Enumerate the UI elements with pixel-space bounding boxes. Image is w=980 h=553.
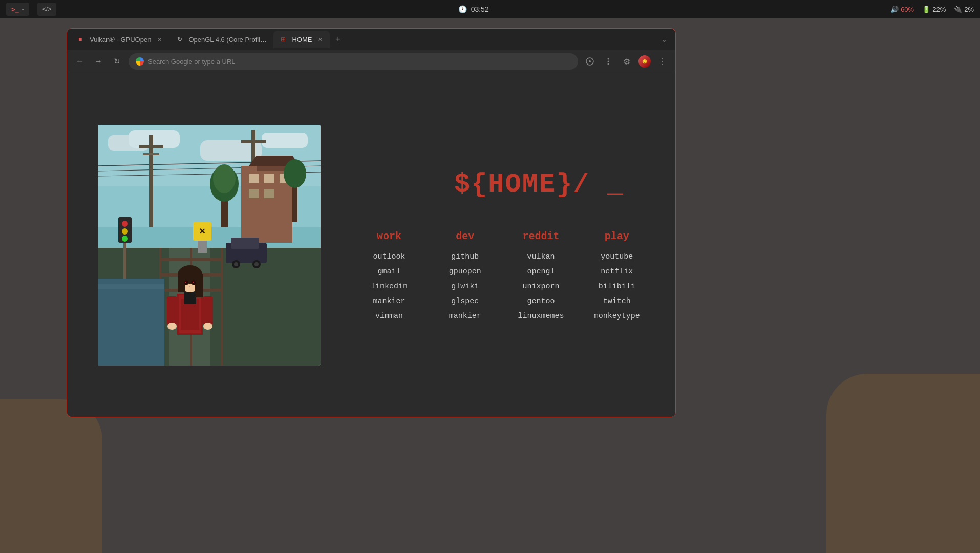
taskbar: >_ - </> 🕐 03:52 🔊 60% 🔋 22% 🔌 2% <box>0 0 980 18</box>
reload-button[interactable]: ↻ <box>110 55 123 68</box>
svg-point-58 <box>167 323 177 330</box>
linuxmemes-link[interactable]: linuxmemes <box>518 312 564 321</box>
dev-column: dev github gpuopen glwiki glspec mankier <box>437 230 493 321</box>
netflix-link[interactable]: netflix <box>601 267 633 276</box>
unixporn-link[interactable]: unixporn <box>523 282 560 291</box>
svg-rect-37 <box>221 248 223 366</box>
svg-rect-64 <box>231 238 259 249</box>
reddit-header: reddit <box>523 230 560 242</box>
left-decoration <box>0 399 102 553</box>
glspec-link[interactable]: glspec <box>451 297 479 306</box>
glwiki-link[interactable]: glwiki <box>451 282 479 291</box>
tab-home[interactable]: ⊞ HOME ✕ <box>273 31 330 48</box>
mankier-link-work[interactable]: mankier <box>373 297 406 306</box>
svg-point-67 <box>234 262 238 266</box>
home-title: ${HOME}/ _ <box>454 169 645 200</box>
svg-rect-56 <box>167 296 177 325</box>
vulkan-link[interactable]: vulkan <box>527 252 555 261</box>
svg-rect-38 <box>159 258 223 261</box>
forward-button[interactable]: → <box>92 55 105 68</box>
opengl-favicon: ↻ <box>177 36 184 43</box>
linkedin-link[interactable]: linkedin <box>371 282 408 291</box>
right-decoration <box>826 374 980 553</box>
battery2-indicator: 🔌 2% <box>954 6 974 13</box>
clock-time: 03:52 <box>471 5 489 13</box>
svg-rect-15 <box>149 135 153 227</box>
tab-opengl-label: OpenGL 4.6 (Core Profil… <box>188 36 267 44</box>
tab-vulkan[interactable]: ■ Vulkan® - GPUOpen ✕ <box>71 31 169 48</box>
opengl-link[interactable]: opengl <box>527 267 555 276</box>
extensions-icon[interactable] <box>583 55 596 68</box>
svg-point-3 <box>608 61 609 62</box>
code-icon: </> <box>42 6 51 13</box>
svg-point-72 <box>122 228 128 235</box>
page-content: × ${HOME}/ _ work <box>67 73 675 417</box>
work-column: work outlook gmail linkedin mankier vimm… <box>361 230 417 321</box>
battery1-icon: 🔋 <box>922 6 930 13</box>
svg-rect-11 <box>262 133 308 148</box>
svg-rect-9 <box>129 130 180 148</box>
battery2-value: 2% <box>964 6 974 13</box>
tab-vulkan-close[interactable]: ✕ <box>157 36 162 43</box>
terminal-button[interactable]: >_ - <box>6 3 29 16</box>
address-bar: ← → ↻ Search Google or type a URL ⚙ <box>67 50 675 73</box>
mankier-link-dev[interactable]: mankier <box>449 312 481 321</box>
svg-point-32 <box>284 159 306 188</box>
volume-value: 60% <box>901 6 914 13</box>
svg-rect-17 <box>143 153 159 155</box>
reddit-column: reddit vulkan opengl unixporn gentoo lin… <box>514 230 569 321</box>
monkeytype-link[interactable]: monkeytype <box>594 312 640 321</box>
volume-indicator: 🔊 60% <box>890 6 914 13</box>
address-input[interactable]: Search Google or type a URL <box>129 53 578 70</box>
gpuopen-link[interactable]: gpuopen <box>449 267 481 276</box>
github-link[interactable]: github <box>451 252 479 261</box>
address-text: Search Google or type a URL <box>148 58 236 66</box>
svg-rect-42 <box>98 284 164 289</box>
menu-icon[interactable] <box>602 55 615 68</box>
links-grid: work outlook gmail linkedin mankier vimm… <box>361 230 645 321</box>
bilibili-link[interactable]: bilibili <box>599 282 635 291</box>
more-button[interactable]: ⋮ <box>656 55 669 68</box>
svg-rect-26 <box>249 189 259 198</box>
puzzle-icon[interactable]: ⚙ <box>620 55 633 68</box>
new-tab-button[interactable]: + <box>331 32 345 47</box>
tab-home-label: HOME <box>292 36 312 44</box>
svg-rect-54 <box>193 282 194 283</box>
vimman-link[interactable]: vimman <box>375 312 403 321</box>
tab-opengl[interactable]: ↻ OpenGL 4.6 (Core Profil… ✕ <box>170 31 272 48</box>
back-button[interactable]: ← <box>73 55 87 68</box>
home-favicon: ⊞ <box>281 36 288 43</box>
svg-point-2 <box>608 58 609 60</box>
tab-home-close[interactable]: ✕ <box>318 36 323 43</box>
right-content: ${HOME}/ _ work outlook gmail linkedin m… <box>361 169 645 321</box>
svg-rect-57 <box>203 296 213 325</box>
twitch-link[interactable]: twitch <box>603 297 631 306</box>
profile-avatar[interactable]: 😊 <box>638 55 651 68</box>
outlook-link[interactable]: outlook <box>373 252 406 261</box>
terminal-label: - <box>22 6 24 13</box>
battery1-indicator: 🔋 22% <box>922 6 946 13</box>
tab-bar: ■ Vulkan® - GPUOpen ✕ ↻ OpenGL 4.6 (Core… <box>67 29 675 50</box>
tab-dropdown-button[interactable]: ⌄ <box>657 33 671 46</box>
svg-point-68 <box>254 262 259 266</box>
gmail-link[interactable]: gmail <box>378 267 401 276</box>
svg-rect-53 <box>185 282 186 283</box>
svg-rect-16 <box>139 145 163 148</box>
code-button[interactable]: </> <box>37 3 56 16</box>
svg-rect-50 <box>195 274 203 297</box>
battery1-value: 22% <box>932 6 946 13</box>
volume-icon: 🔊 <box>890 6 899 13</box>
taskbar-clock: 🕐 03:52 <box>458 5 489 13</box>
gentoo-link[interactable]: gentoo <box>527 297 555 306</box>
svg-point-4 <box>608 63 609 65</box>
svg-rect-19 <box>241 140 266 143</box>
work-header: work <box>377 230 401 242</box>
svg-point-73 <box>122 236 128 242</box>
youtube-link[interactable]: youtube <box>601 252 633 261</box>
dev-header: dev <box>456 230 474 242</box>
svg-point-1 <box>589 60 591 62</box>
play-column: play youtube netflix bilibili twitch mon… <box>589 230 645 321</box>
toolbar-right: ⚙ 😊 ⋮ <box>583 55 669 68</box>
svg-point-59 <box>203 323 212 330</box>
taskbar-left: >_ - </> <box>6 3 56 16</box>
